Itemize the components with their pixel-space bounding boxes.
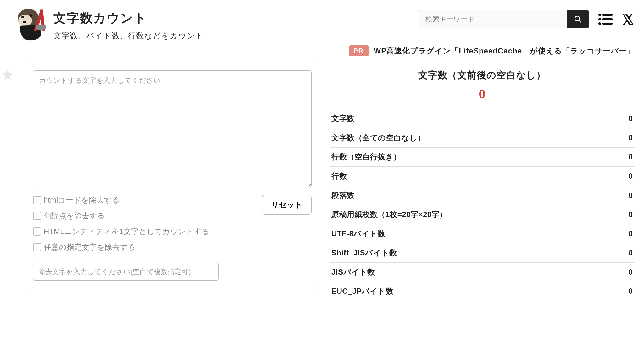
- result-row: 原稿用紙枚数（1枚=20字×20字）0: [330, 205, 635, 224]
- result-value: 0: [629, 153, 633, 161]
- svg-point-3: [30, 14, 32, 17]
- search-icon: [574, 15, 582, 23]
- menu-list-button[interactable]: [598, 13, 613, 25]
- svg-rect-13: [602, 18, 613, 20]
- option-remove-html[interactable]: htmlコードを除去する: [33, 195, 219, 205]
- result-row: 文字数（全ての空白なし）0: [330, 128, 635, 148]
- result-row: Shift_JISバイト数0: [330, 243, 635, 263]
- result-row: 行数（空白行抜き）0: [330, 148, 635, 167]
- result-value: 0: [629, 114, 633, 123]
- result-value: 0: [629, 210, 633, 219]
- exclude-chars-input[interactable]: [33, 263, 219, 281]
- result-label: EUC_JPバイト数: [331, 286, 393, 296]
- option-html-entity-one-char[interactable]: HTMLエンティティを1文字としてカウントする: [33, 226, 219, 237]
- option-label: 任意の指定文字を除去する: [44, 242, 136, 252]
- result-row: UTF-8バイト数0: [330, 224, 635, 243]
- page-subtitle: 文字数、バイト数、行数などをカウント: [53, 31, 204, 41]
- input-panel: htmlコードを除去する 句読点を除去する HTMLエンティティを1文字としてカ…: [25, 62, 320, 289]
- result-value: 0: [629, 268, 633, 276]
- result-label: Shift_JISバイト数: [331, 248, 397, 258]
- svg-rect-15: [602, 23, 613, 25]
- svg-point-14: [598, 22, 601, 25]
- result-row: EUC_JPバイト数0: [330, 282, 635, 301]
- search-box: [419, 10, 589, 28]
- page-title: 文字数カウント: [53, 9, 204, 27]
- svg-point-12: [598, 18, 601, 20]
- result-main-label: 文字数（文前後の空白なし）: [330, 69, 635, 82]
- result-row: 行数0: [330, 167, 635, 186]
- result-label: 段落数: [331, 190, 355, 200]
- result-label: 行数: [331, 171, 347, 181]
- search-button[interactable]: [567, 10, 589, 28]
- option-remove-punctuation[interactable]: 句読点を除去する: [33, 211, 219, 221]
- checkbox-remove-custom[interactable]: [33, 243, 41, 251]
- options-group: htmlコードを除去する 句読点を除去する HTMLエンティティを1文字としてカ…: [33, 195, 219, 281]
- result-value: 0: [629, 287, 633, 296]
- option-label: htmlコードを除去する: [44, 195, 120, 205]
- x-twitter-button[interactable]: [621, 13, 635, 26]
- checkbox-remove-punctuation[interactable]: [33, 212, 41, 220]
- result-label: UTF-8バイト数: [331, 229, 386, 239]
- option-label: HTMLエンティティを1文字としてカウントする: [44, 226, 209, 237]
- result-label: 文字数（全ての空白なし）: [331, 133, 425, 143]
- svg-point-10: [598, 14, 601, 16]
- result-value: 0: [629, 172, 633, 181]
- pr-link[interactable]: WP高速化プラグイン「LiteSpeedCache」が使える「ラッコサーバー」: [374, 46, 635, 56]
- logo-otter-icon: [9, 6, 47, 41]
- result-value: 0: [629, 191, 633, 200]
- result-value: 0: [629, 248, 633, 257]
- result-label: 原稿用紙枚数（1枚=20字×20字）: [331, 209, 447, 220]
- reset-button[interactable]: リセット: [262, 195, 312, 215]
- checkbox-remove-html[interactable]: [33, 196, 41, 204]
- svg-rect-7: [36, 25, 46, 30]
- list-icon: [598, 13, 613, 25]
- search-input[interactable]: [419, 10, 567, 28]
- svg-line-9: [579, 20, 581, 22]
- favorite-star-icon[interactable]: [1, 68, 14, 82]
- svg-point-2: [21, 16, 24, 18]
- result-label: 文字数: [331, 114, 355, 124]
- checkbox-html-entity[interactable]: [33, 227, 41, 236]
- svg-rect-11: [602, 14, 613, 16]
- result-row: 文字数0: [330, 109, 635, 128]
- result-row: 段落数0: [330, 186, 635, 205]
- text-input[interactable]: [33, 70, 312, 187]
- option-remove-custom[interactable]: 任意の指定文字を除去する: [33, 242, 219, 252]
- result-value: 0: [629, 229, 633, 238]
- result-label: JISバイト数: [331, 267, 375, 277]
- result-row: JISバイト数0: [330, 263, 635, 282]
- svg-point-4: [23, 21, 26, 23]
- pr-badge: PR: [349, 45, 369, 56]
- option-label: 句読点を除去する: [44, 211, 105, 221]
- x-icon: [621, 13, 635, 26]
- result-main-value: 0: [330, 87, 635, 101]
- result-label: 行数（空白行抜き）: [331, 152, 401, 162]
- result-value: 0: [629, 133, 633, 142]
- results-panel: 文字数（文前後の空白なし） 0 文字数0文字数（全ての空白なし）0行数（空白行抜…: [330, 62, 635, 301]
